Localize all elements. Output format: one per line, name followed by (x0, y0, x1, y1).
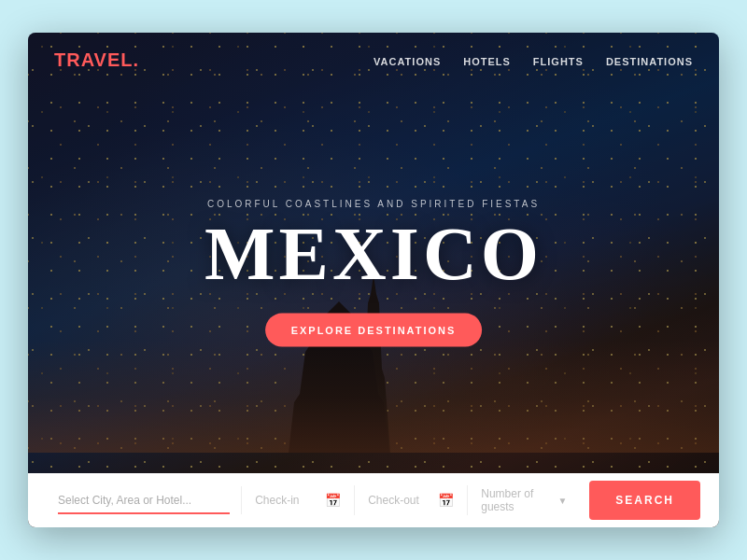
checkout-field[interactable]: Check-out 📅 (355, 485, 468, 515)
browser-window: TRAVEL. VACATIONS HOTELS FLIGHTS DESTINA… (28, 33, 719, 527)
search-bar: Check-in 📅 Check-out 📅 Number of guests … (28, 473, 719, 527)
nav-item-flights[interactable]: FLIGHTS (533, 52, 584, 69)
hero-content: COLORFUL COASTLINES AND SPIRITED FIESTAS… (204, 199, 543, 347)
nav-item-destinations[interactable]: DESTINATIONS (606, 52, 693, 69)
chevron-down-icon: ▼ (557, 496, 567, 506)
explore-button[interactable]: EXPLORE DESTINATIONS (265, 314, 483, 347)
guests-label: Number of guests (481, 487, 557, 513)
checkout-label: Check-out (368, 494, 419, 507)
nav-item-hotels[interactable]: HOTELS (463, 52, 511, 69)
checkin-field[interactable]: Check-in 📅 (242, 485, 355, 515)
nav-link-hotels[interactable]: HOTELS (463, 56, 511, 67)
navigation: TRAVEL. VACATIONS HOTELS FLIGHTS DESTINA… (28, 33, 719, 88)
logo-text: TRAVEL (54, 49, 134, 70)
city-input[interactable] (58, 494, 230, 507)
search-button[interactable]: SEARCH (589, 481, 700, 520)
nav-link-vacations[interactable]: VACATIONS (374, 56, 441, 67)
nav-links: VACATIONS HOTELS FLIGHTS DESTINATIONS (374, 52, 693, 69)
nav-link-flights[interactable]: FLIGHTS (533, 56, 584, 67)
hero-subtitle: COLORFUL COASTLINES AND SPIRITED FIESTAS (204, 199, 543, 209)
checkin-calendar-icon: 📅 (325, 493, 341, 508)
checkout-calendar-icon: 📅 (438, 493, 454, 508)
nav-item-vacations[interactable]: VACATIONS (374, 52, 441, 69)
nav-link-destinations[interactable]: DESTINATIONS (606, 56, 693, 67)
logo: TRAVEL. (54, 49, 139, 71)
checkin-label: Check-in (255, 494, 299, 507)
city-field[interactable] (47, 486, 242, 514)
guests-field[interactable]: Number of guests ▼ (468, 480, 580, 521)
logo-dot: . (134, 49, 140, 70)
hero-title: MEXICO (204, 217, 543, 291)
hero-section: TRAVEL. VACATIONS HOTELS FLIGHTS DESTINA… (28, 33, 719, 527)
